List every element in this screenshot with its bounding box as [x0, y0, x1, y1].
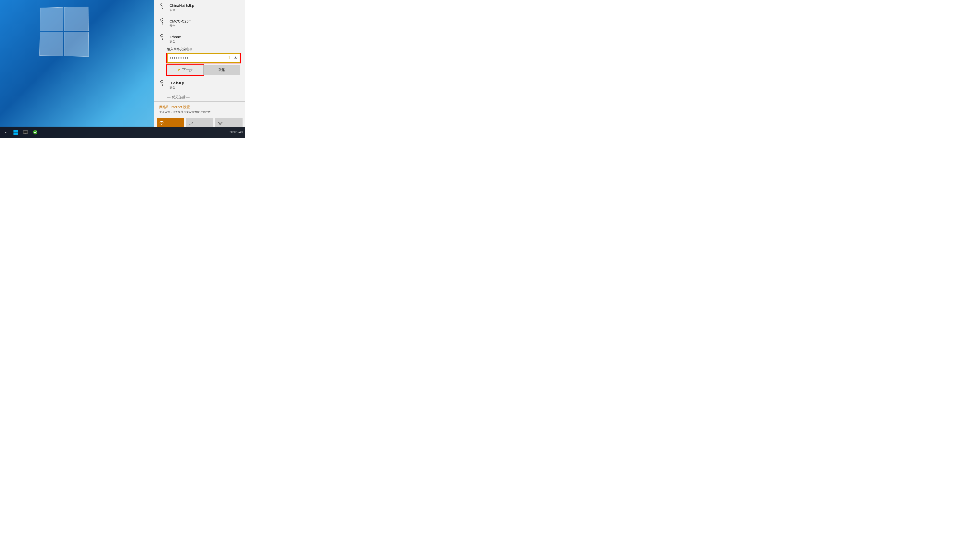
next-button[interactable]: 2 下一步 [167, 65, 204, 75]
wifi-network-itv[interactable]: iTV-hJLp 安全 [154, 78, 245, 93]
wifi-network-status: 安全 [170, 8, 240, 12]
partial-network-text: — 优先连接 — [154, 93, 245, 102]
wifi-network-status: 安全 [170, 24, 240, 28]
svg-rect-4 [13, 132, 16, 135]
svg-rect-5 [16, 132, 18, 135]
wifi-network-info: iTV-hJLp 安全 [170, 81, 240, 90]
taskbar-app-icon-2[interactable] [22, 128, 29, 136]
airplane-icon [188, 120, 194, 127]
next-button-number: 2 [178, 68, 180, 72]
quick-tile-airplane[interactable]: 飞行模式 [186, 118, 213, 127]
windows-logo [39, 7, 88, 56]
wifi-network-info: iPhone 安全 [170, 35, 240, 44]
taskbar-right: 2020/12/20 [229, 130, 243, 134]
quick-settings-row: WLAN 飞行模式 移动热点 [157, 118, 243, 127]
wifi-panel: ChinaNet-hJLp 安全 CMCC-C26m 安全 [154, 0, 245, 127]
wifi-signal-icon [159, 81, 166, 86]
taskbar-datetime: 2020/12/20 [229, 130, 243, 134]
wlan-icon [159, 120, 165, 127]
password-input-container: 1 👁 [167, 53, 240, 63]
password-input[interactable] [167, 54, 228, 62]
wifi-network-status: 安全 [170, 86, 240, 90]
svg-rect-2 [13, 130, 16, 132]
taskbar-app-icon-1[interactable] [12, 128, 20, 136]
svg-point-0 [161, 124, 162, 125]
wifi-network-name: iPhone [170, 35, 240, 39]
wifi-network-chinanet[interactable]: ChinaNet-hJLp 安全 [154, 0, 245, 16]
quick-tile-hotspot[interactable]: 移动热点 [215, 118, 243, 127]
wifi-signal-icon [159, 20, 166, 24]
wifi-network-iphone[interactable]: iPhone 安全 [154, 31, 245, 47]
svg-point-1 [220, 124, 221, 125]
password-label: 输入网络安全密钥 [167, 47, 240, 51]
button-row: 2 下一步 取消 [167, 65, 240, 75]
wifi-signal-icon [159, 35, 166, 40]
wifi-network-cmcc[interactable]: CMCC-C26m 安全 [154, 16, 245, 31]
system-tray-expand[interactable]: ∧ [2, 128, 10, 136]
next-button-label: 下一步 [182, 68, 192, 72]
wifi-network-name: CMCC-C26m [170, 19, 240, 23]
taskbar: ∧ 2020/12/20 [0, 127, 245, 138]
wifi-password-section: 输入网络安全密钥 1 👁 2 下一步 取消 [154, 47, 245, 78]
network-settings-description: 更改设置，例如将某连接设置为按流量计费。 [159, 110, 240, 114]
cancel-button-label: 取消 [218, 68, 225, 72]
svg-rect-7 [24, 131, 27, 133]
wifi-network-status: 安全 [170, 40, 240, 44]
cancel-button[interactable]: 取消 [204, 65, 240, 75]
wifi-network-info: ChinaNet-hJLp 安全 [170, 3, 240, 12]
svg-rect-3 [16, 130, 18, 132]
taskbar-antivirus-icon[interactable] [31, 128, 39, 136]
network-settings-link[interactable]: 网络和 Internet 设置 [159, 105, 240, 110]
password-number-hint: 1 [228, 56, 232, 60]
hotspot-icon [217, 120, 223, 127]
taskbar-left: ∧ [2, 128, 39, 136]
wifi-network-info: CMCC-C26m 安全 [170, 19, 240, 28]
wifi-network-name: ChinaNet-hJLp [170, 3, 240, 8]
wifi-network-name: iTV-hJLp [170, 81, 240, 85]
svg-rect-8 [24, 133, 27, 134]
network-settings-section: 网络和 Internet 设置 更改设置，例如将某连接设置为按流量计费。 [154, 102, 245, 115]
wifi-signal-icon [159, 4, 166, 9]
password-eye-icon[interactable]: 👁 [232, 56, 240, 60]
quick-tile-wlan[interactable]: WLAN [157, 118, 184, 127]
